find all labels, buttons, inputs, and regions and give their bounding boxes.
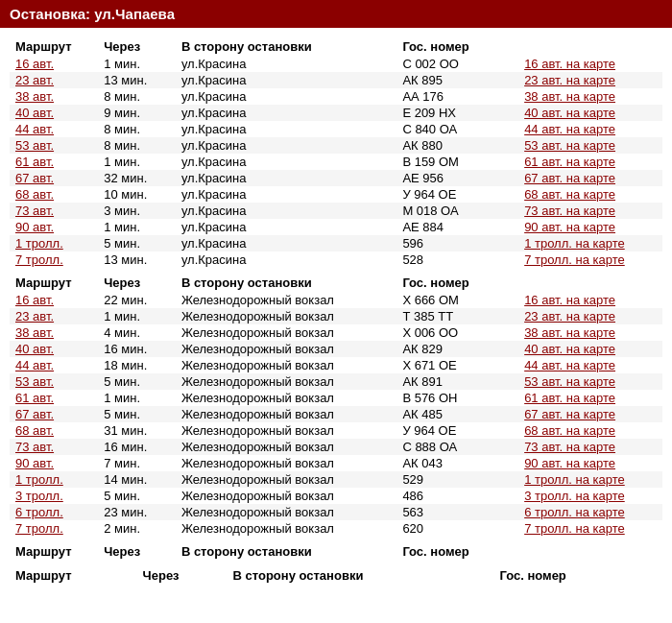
map-link[interactable]: 68 авт. на карте <box>524 187 615 202</box>
map-link[interactable]: 6 тролл. на карте <box>524 505 625 519</box>
time-cell: 23 мин. <box>98 504 176 520</box>
table-row: 3 тролл.5 мин.Железнодорожный вокзал4863… <box>10 488 662 504</box>
table-row: 90 авт.7 мин.Железнодорожный вокзалАК 04… <box>10 455 662 471</box>
route-link[interactable]: 38 авт. <box>15 325 54 340</box>
direction-cell: ул.Красина <box>176 252 397 268</box>
time-cell: 13 мин. <box>98 252 176 268</box>
direction-cell: Железнодорожный вокзал <box>176 373 397 390</box>
route-link[interactable]: 16 авт. <box>15 293 54 307</box>
map-link[interactable]: 90 авт. на карте <box>524 456 615 470</box>
route-link[interactable]: 7 тролл. <box>15 521 63 536</box>
table-row: 23 авт.1 мин.Железнодорожный вокзалТ 385… <box>10 308 662 324</box>
column-header-0: Маршрут <box>10 537 98 561</box>
map-link[interactable]: 16 авт. на карте <box>524 293 615 307</box>
route-link[interactable]: 1 тролл. <box>15 472 63 487</box>
map-link[interactable]: 67 авт. на карте <box>524 171 615 185</box>
map-link[interactable]: 23 авт. на карте <box>524 73 615 87</box>
direction-cell: Железнодорожный вокзал <box>176 357 397 373</box>
time-cell: 1 мин. <box>98 308 176 324</box>
column-header-0: Маршрут <box>10 32 98 56</box>
route-link[interactable]: 68 авт. <box>15 423 54 438</box>
map-link[interactable]: 44 авт. на карте <box>524 358 615 372</box>
time-cell: 1 мин. <box>98 390 176 406</box>
direction-cell: Железнодорожный вокзал <box>176 324 397 341</box>
route-link[interactable]: 53 авт. <box>15 138 54 153</box>
route-link[interactable]: 23 авт. <box>15 73 54 87</box>
route-link[interactable]: 67 авт. <box>15 171 54 185</box>
route-link[interactable]: 53 авт. <box>15 374 54 389</box>
plate-cell: С 840 ОА <box>396 121 518 137</box>
time-cell: 1 мин. <box>98 56 176 72</box>
time-cell: 8 мин. <box>98 137 176 154</box>
route-link[interactable]: 38 авт. <box>15 89 54 104</box>
map-link[interactable]: 73 авт. на карте <box>524 440 615 454</box>
time-cell: 10 мин. <box>98 186 176 203</box>
route-link[interactable]: 68 авт. <box>15 187 54 202</box>
direction-cell: Железнодорожный вокзал <box>176 308 397 324</box>
plate-cell: АК 043 <box>396 455 518 471</box>
direction-cell: ул.Красина <box>176 154 397 170</box>
route-link[interactable]: 16 авт. <box>15 57 54 71</box>
direction-cell: ул.Красина <box>176 105 397 121</box>
time-cell: 8 мин. <box>98 88 176 105</box>
main-content: МаршрутЧерезВ сторону остановкиГос. номе… <box>0 28 672 594</box>
direction-cell: Железнодорожный вокзал <box>176 439 397 455</box>
map-link[interactable]: 38 авт. на карте <box>524 89 615 104</box>
map-link[interactable]: 61 авт. на карте <box>524 391 615 405</box>
route-link[interactable]: 73 авт. <box>15 204 54 218</box>
map-link[interactable]: 3 тролл. на карте <box>524 489 625 503</box>
route-link[interactable]: 3 тролл. <box>15 489 63 503</box>
time-cell: 8 мин. <box>98 121 176 137</box>
plate-cell: 528 <box>396 252 518 268</box>
route-link[interactable]: 1 тролл. <box>15 236 63 251</box>
column-header-4 <box>518 268 662 292</box>
map-link[interactable]: 7 тролл. на карте <box>524 252 625 267</box>
column-header-4 <box>518 32 662 56</box>
route-link[interactable]: 44 авт. <box>15 358 54 372</box>
route-link[interactable]: 90 авт. <box>15 220 54 234</box>
map-link[interactable]: 73 авт. на карте <box>524 204 615 218</box>
plate-cell: Е 209 НХ <box>396 105 518 121</box>
route-link[interactable]: 6 тролл. <box>15 505 63 519</box>
map-link[interactable]: 40 авт. на карте <box>524 342 615 356</box>
route-link[interactable]: 7 тролл. <box>15 252 63 267</box>
time-cell: 9 мин. <box>98 105 176 121</box>
route-link[interactable]: 40 авт. <box>15 342 54 356</box>
time-cell: 1 мин. <box>98 154 176 170</box>
table-row: 6 тролл.23 мин.Железнодорожный вокзал563… <box>10 504 662 520</box>
time-cell: 7 мин. <box>98 455 176 471</box>
plate-cell: 620 <box>396 520 518 537</box>
map-link[interactable]: 53 авт. на карте <box>524 138 615 153</box>
map-link[interactable]: 40 авт. на карте <box>524 106 615 120</box>
map-link[interactable]: 68 авт. на карте <box>524 423 615 438</box>
map-link[interactable]: 67 авт. на карте <box>524 407 615 421</box>
map-link[interactable]: 1 тролл. на карте <box>524 472 625 487</box>
route-link[interactable]: 90 авт. <box>15 456 54 470</box>
route-link[interactable]: 67 авт. <box>15 407 54 421</box>
route-link[interactable]: 40 авт. <box>15 106 54 120</box>
route-link[interactable]: 73 авт. <box>15 440 54 454</box>
direction-cell: Железнодорожный вокзал <box>176 520 397 537</box>
time-cell: 5 мин. <box>98 235 176 252</box>
route-link[interactable]: 61 авт. <box>15 391 54 405</box>
route-link[interactable]: 44 авт. <box>15 122 54 136</box>
map-link[interactable]: 61 авт. на карте <box>524 155 615 169</box>
plate-cell: Т 385 ТТ <box>396 308 518 324</box>
map-link[interactable]: 53 авт. на карте <box>524 374 615 389</box>
plate-cell: Х 671 ОЕ <box>396 357 518 373</box>
map-link[interactable]: 7 тролл. на карте <box>524 521 625 536</box>
map-link[interactable]: 38 авт. на карте <box>524 325 615 340</box>
plate-cell: АК 880 <box>396 137 518 154</box>
map-link[interactable]: 1 тролл. на карте <box>524 236 625 251</box>
tables-container: МаршрутЧерезВ сторону остановкиГос. номе… <box>10 32 662 585</box>
plate-cell: В 159 ОМ <box>396 154 518 170</box>
map-link[interactable]: 90 авт. на карте <box>524 220 615 234</box>
route-link[interactable]: 61 авт. <box>15 155 54 169</box>
table-row: 67 авт.5 мин.Железнодорожный вокзалАК 48… <box>10 406 662 422</box>
time-cell: 18 мин. <box>98 357 176 373</box>
map-link[interactable]: 16 авт. на карте <box>524 57 615 71</box>
plate-cell: АК 891 <box>396 373 518 390</box>
route-link[interactable]: 23 авт. <box>15 309 54 323</box>
map-link[interactable]: 23 авт. на карте <box>524 309 615 323</box>
map-link[interactable]: 44 авт. на карте <box>524 122 615 136</box>
